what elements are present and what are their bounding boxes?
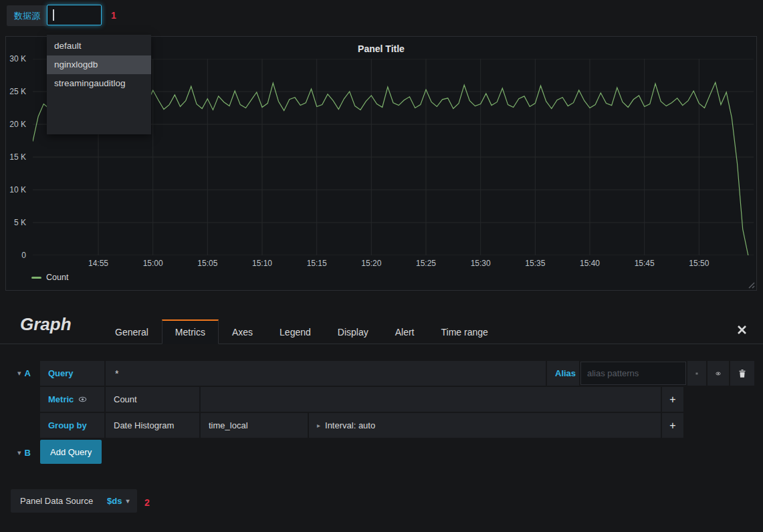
trash-icon — [738, 369, 746, 378]
query-toggle-visibility-button[interactable] — [707, 361, 729, 386]
annotation-marker-2: 2 — [144, 497, 150, 508]
chevron-down-icon: ▾ — [17, 448, 21, 457]
tab-general[interactable]: General — [102, 319, 162, 344]
query-label: Query — [40, 361, 104, 386]
query-input[interactable] — [114, 368, 538, 380]
datasource-typeahead-input[interactable] — [47, 5, 102, 25]
dropdown-option-default[interactable]: default — [47, 37, 151, 55]
query-b-collapse-toggle[interactable]: ▾ B — [15, 440, 33, 465]
chevron-right-icon: ▸ — [317, 422, 320, 429]
interval-value: Interval: auto — [325, 420, 375, 430]
datasource-variable-value: $ds — [107, 496, 122, 506]
query-letter: B — [25, 448, 31, 458]
tab-legend[interactable]: Legend — [266, 319, 324, 344]
panel-datasource-select[interactable]: $ds ▾ — [99, 489, 137, 513]
groupby-row: Group by Date Histogram time_local ▸ Int… — [15, 413, 754, 438]
metric-label-cell: Metric — [40, 387, 104, 412]
hamburger-icon — [695, 369, 698, 378]
close-editor-icon[interactable] — [737, 325, 747, 335]
query-input-cell — [106, 361, 546, 386]
series-color-swatch — [31, 277, 41, 279]
query-delete-button[interactable] — [730, 361, 754, 386]
tab-metrics[interactable]: Metrics — [162, 319, 219, 344]
datasource-variable-label: 数据源 — [7, 5, 47, 26]
editor-tabs: General Metrics Axes Legend Display Aler… — [102, 319, 502, 344]
y-axis-labels: 05 K10 K15 K20 K25 K30 K — [6, 59, 29, 255]
dropdown-option-nginxlogdb[interactable]: nginxlogdb — [47, 55, 151, 74]
groupby-interval-toggle[interactable]: ▸ Interval: auto — [309, 413, 661, 438]
alias-label: Alias — [547, 361, 579, 386]
chevron-down-icon: ▾ — [126, 497, 129, 505]
annotation-marker-1: 1 — [111, 10, 116, 21]
add-metric-button[interactable]: + — [662, 387, 683, 412]
metric-eye-icon[interactable] — [78, 395, 87, 404]
metric-row: Metric Count + — [15, 387, 754, 412]
query-a-collapse-toggle[interactable]: ▾ A — [15, 361, 33, 386]
eye-icon — [716, 368, 721, 379]
groupby-label: Group by — [40, 413, 104, 438]
add-groupby-button[interactable]: + — [662, 413, 683, 438]
add-query-button[interactable]: Add Query — [40, 440, 102, 464]
tab-axes[interactable]: Axes — [219, 319, 266, 344]
legend-item-count[interactable]: Count — [31, 273, 68, 282]
query-menu-button[interactable] — [687, 361, 706, 386]
panel-datasource-label: Panel Data Source — [11, 489, 102, 513]
groupby-field-select[interactable]: time_local — [201, 413, 308, 438]
query-letter: A — [25, 368, 31, 378]
chevron-down-icon: ▾ — [17, 369, 21, 378]
metric-value-select[interactable]: Count — [106, 387, 199, 412]
x-axis-labels: 14:5515:0015:0515:1015:1515:2015:2515:30… — [33, 259, 754, 269]
tab-alert[interactable]: Alert — [382, 319, 428, 344]
dropdown-option-streamingauditlog[interactable]: streamingauditlog — [47, 74, 151, 93]
alias-input[interactable] — [580, 362, 686, 385]
metric-label: Metric — [48, 394, 74, 404]
legend-label: Count — [46, 273, 68, 282]
metric-filler-cell — [201, 387, 661, 412]
tab-display[interactable]: Display — [324, 319, 382, 344]
groupby-type-select[interactable]: Date Histogram — [106, 413, 199, 438]
query-row-b: ▾ B — [15, 440, 754, 465]
query-row-a: ▾ A Query Alias — [15, 361, 754, 386]
text-cursor — [53, 9, 54, 21]
panel-editor-title: Graph — [20, 314, 72, 335]
datasource-dropdown-menu: default nginxlogdb streamingauditlog — [47, 35, 151, 134]
panel-resize-handle[interactable] — [748, 281, 755, 289]
tab-time-range[interactable]: Time range — [427, 319, 501, 344]
